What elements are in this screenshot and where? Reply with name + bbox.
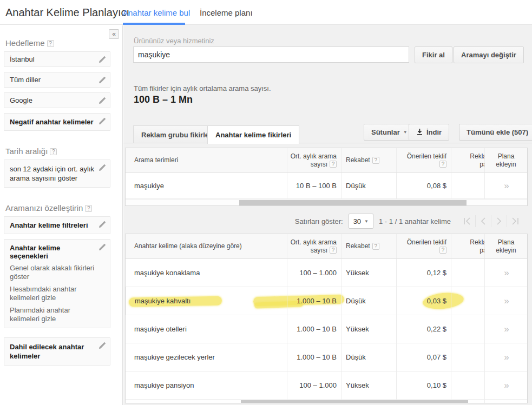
customize-heading: Aramanızı özelleştirin? xyxy=(5,203,109,213)
keyword-cell: maşukiye otelleri xyxy=(134,325,187,333)
tab-keyword-ideas[interactable]: Anahtar kelime fikirleri xyxy=(207,125,299,144)
add-to-plan-button[interactable]: » xyxy=(504,324,508,335)
avg-searches-value: 100 B – 1 Mn xyxy=(134,94,193,105)
help-icon[interactable]: ? xyxy=(372,243,379,250)
chevron-down-icon: ▼ xyxy=(403,130,408,135)
add-all-button[interactable]: Tümünü ekle (507) xyxy=(459,124,532,141)
col-competition[interactable]: Rekabet? xyxy=(341,234,396,258)
table-row: maşukiye gezilecek yerler 1.000 – 10 B D… xyxy=(126,343,527,371)
modify-search-button[interactable]: Aramayı değiştir xyxy=(454,47,524,63)
competition-cell: Düşük xyxy=(346,297,366,305)
last-page-button[interactable] xyxy=(507,215,522,227)
col-suggested-bid[interactable]: Önerilen teklif? xyxy=(396,234,451,258)
edit-pencil-icon[interactable] xyxy=(98,97,106,104)
keyword-cell: maşukiye konaklama xyxy=(134,269,200,277)
col-keyword-by-relevance[interactable]: Anahtar kelime (alaka düzeyine göre) xyxy=(126,234,287,258)
ad-share-cell xyxy=(451,315,484,343)
bid-cell: 0,22 $ xyxy=(427,325,446,333)
col-ad-share[interactable]: Reklampayı xyxy=(451,148,484,172)
negative-keywords-box[interactable]: Negatif anahtar kelimeler xyxy=(4,113,110,131)
chevron-down-icon: ▼ xyxy=(364,219,369,224)
keyword-cell: maşukiye pansiyon xyxy=(134,381,194,389)
searches-cell: 1.000 – 10 B xyxy=(297,297,337,305)
page-title: Anahtar Kelime Planlayıcı xyxy=(5,6,129,19)
date-range-box[interactable]: son 12 aydaki için ort. aylık arama sayı… xyxy=(4,160,110,188)
table-header-row: Anahtar kelime (alaka düzeyine göre) Ort… xyxy=(126,234,527,259)
edit-pencil-icon[interactable] xyxy=(98,342,106,349)
keyword-options-box[interactable]: Anahtar kelime seçenekleri Genel olarak … xyxy=(4,239,110,328)
option-show-related[interactable]: Genel olarak alakalı fikirleri göster xyxy=(10,264,96,281)
help-icon[interactable]: ? xyxy=(47,40,54,47)
add-to-plan-button[interactable]: » xyxy=(504,380,508,391)
top-header: Anahtar Kelime Planlayıcı Anahtar kelime… xyxy=(0,0,532,25)
searches-cell: 10 B – 100 B xyxy=(296,182,337,190)
keyword-cell: maşukiye xyxy=(134,182,164,190)
add-to-plan-button[interactable]: » xyxy=(504,268,508,278)
bid-cell: 0,07 $ xyxy=(427,353,446,361)
main-content: Ürününüz veya hizmetiniz Fikir al Aramay… xyxy=(123,25,532,405)
col-avg-monthly-searches[interactable]: Ort. aylık aramasayısı? xyxy=(287,234,341,258)
prev-page-button[interactable] xyxy=(475,215,491,227)
rows-per-page-select[interactable]: 30 ▼ xyxy=(349,214,373,229)
col-ad-share[interactable]: Reklampayı xyxy=(451,234,484,258)
pagination-range-text: 1 - 1 / 1 anahtar kelime xyxy=(379,217,451,225)
targeting-network[interactable]: Google xyxy=(4,92,110,108)
edit-pencil-icon[interactable] xyxy=(98,56,106,63)
table-row: maşukiye 10 B – 100 B Düşük 0,08 $ » xyxy=(126,173,527,199)
col-add-to-plan[interactable]: Planaekleyin xyxy=(484,234,527,258)
table-header-row: Arama terimleri Ort. aylık aramasayısı? … xyxy=(126,148,527,173)
searches-cell: 100 – 1.000 xyxy=(299,381,337,389)
competition-cell: Yüksek xyxy=(346,269,369,277)
edit-pencil-icon[interactable] xyxy=(98,117,106,125)
horizontal-scrollbar[interactable] xyxy=(126,199,527,205)
help-icon[interactable]: ? xyxy=(372,157,379,164)
help-icon[interactable]: ? xyxy=(330,247,337,254)
col-search-terms[interactable]: Arama terimleri xyxy=(126,148,287,172)
tab-find-keywords[interactable]: Anahtar kelime bul xyxy=(123,8,190,17)
table-row: maşukiye otelleri 1.000 – 10 B Yüksek 0,… xyxy=(126,315,527,343)
help-icon[interactable]: ? xyxy=(50,148,57,155)
rows-per-page-label: Satırları göster: xyxy=(295,217,343,225)
pagination-nav xyxy=(459,215,522,227)
bid-cell: 0,10 $ xyxy=(427,381,446,389)
keyword-filters-box[interactable]: Anahtar kelime filtreleri xyxy=(4,216,110,234)
ad-share-cell xyxy=(451,371,484,399)
keyword-ideas-table: Anahtar kelime (alaka düzeyine göre) Ort… xyxy=(125,234,528,403)
option-hide-account-keywords[interactable]: Hesabımdaki anahtar kelimeleri gizle xyxy=(10,285,96,302)
columns-button[interactable]: Sütunlar ▼ xyxy=(364,124,415,141)
searches-cell: 1.000 – 10 B xyxy=(297,325,337,333)
get-ideas-button[interactable]: Fikir al xyxy=(415,47,452,63)
scrollbar-thumb[interactable] xyxy=(239,200,467,205)
edit-pencil-icon[interactable] xyxy=(98,76,106,84)
next-page-button[interactable] xyxy=(491,215,507,227)
edit-pencil-icon[interactable] xyxy=(98,164,106,171)
col-suggested-bid[interactable]: Önerilen teklif? xyxy=(396,148,451,172)
keyword-cell: maşukiye gezilecek yerler xyxy=(134,353,215,361)
col-avg-monthly-searches[interactable]: Ort. aylık aramasayısı? xyxy=(287,148,341,172)
edit-pencil-icon[interactable] xyxy=(98,221,106,228)
tab-review-plan[interactable]: İnceleme planı xyxy=(200,8,253,17)
col-add-to-plan[interactable]: Planaekleyin xyxy=(484,148,527,172)
searches-cell: 100 – 1.000 xyxy=(299,269,337,277)
download-icon xyxy=(416,128,423,137)
help-icon[interactable]: ? xyxy=(439,161,446,168)
keywords-to-include-box[interactable]: Dahil edilecek anahtar kelimeler xyxy=(4,337,110,366)
col-competition[interactable]: Rekabet? xyxy=(341,148,396,172)
scrollbar-thumb[interactable] xyxy=(241,400,468,403)
help-icon[interactable]: ? xyxy=(330,161,337,168)
download-button[interactable]: İndir xyxy=(409,124,449,141)
add-to-plan-button[interactable]: » xyxy=(504,352,508,363)
add-to-plan-button[interactable]: » xyxy=(504,181,508,191)
avg-searches-caption: Tüm fikirler için aylık ortalama arama s… xyxy=(134,84,271,92)
competition-cell: Yüksek xyxy=(346,325,369,333)
table-row: maşukiye pansiyon 100 – 1.000 Yüksek 0,1… xyxy=(126,371,527,400)
keyword-search-input[interactable] xyxy=(133,47,409,63)
targeting-language[interactable]: Tüm diller xyxy=(4,72,110,88)
edit-pencil-icon[interactable] xyxy=(98,243,106,251)
first-page-button[interactable] xyxy=(459,215,475,227)
help-icon[interactable]: ? xyxy=(439,247,446,254)
option-hide-plan-keywords[interactable]: Planımdaki anahtar kelimeleri gizle xyxy=(10,306,96,323)
add-to-plan-button[interactable]: » xyxy=(504,296,508,307)
targeting-location[interactable]: İstanbul xyxy=(4,51,110,67)
help-icon[interactable]: ? xyxy=(85,205,92,212)
